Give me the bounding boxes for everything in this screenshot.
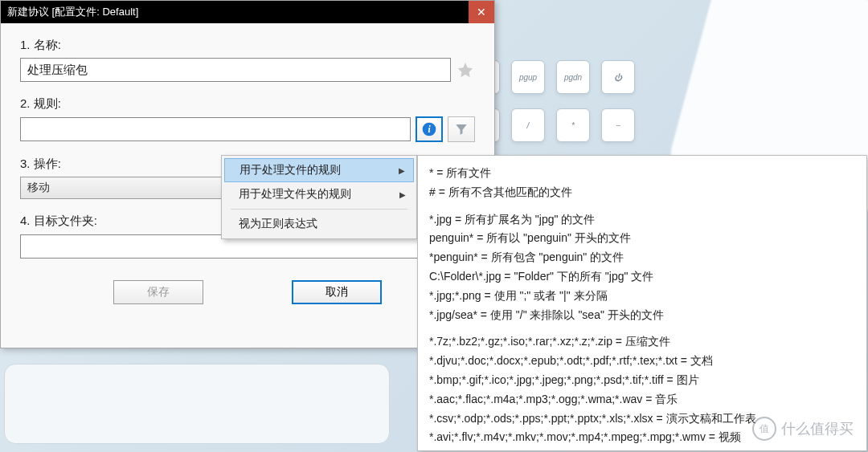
name-input[interactable]: [20, 58, 451, 82]
submenu-arrow-icon: ▶: [399, 190, 406, 199]
help-line: *.aac;*.flac;*.m4a;*.mp3;*.ogg;*.wma;*.w…: [429, 390, 855, 409]
help-line: *.djvu;*.doc;*.docx;*.epub;*.odt;*.pdf;*…: [429, 352, 855, 371]
menu-item-label: 用于处理文件夹的规则: [239, 187, 351, 202]
help-line: *penguin* = 所有包含 "penguin" 的文件: [429, 248, 855, 267]
save-button-label: 保存: [147, 285, 170, 299]
background-trackpad: [4, 364, 390, 444]
help-line: penguin* = 所有以 "penguin" 开头的文件: [429, 229, 855, 248]
menu-item-label: 视为正则表达式: [239, 217, 317, 231]
key-asterisk: *: [556, 108, 590, 142]
key-power: ⏻: [601, 60, 635, 94]
key-minus: −: [601, 108, 635, 142]
rule-info-button[interactable]: i: [416, 116, 443, 142]
dialog-title: 新建协议 [配置文件: Default]: [7, 5, 138, 19]
help-line: # = 所有不含其他匹配的文件: [429, 183, 855, 202]
rule-help-panel: * = 所有文件 # = 所有不含其他匹配的文件 *.jpg = 所有扩展名为 …: [417, 155, 867, 451]
help-section-wildcards: * = 所有文件 # = 所有不含其他匹配的文件: [429, 164, 855, 202]
key-pgdn: pgdn: [556, 60, 590, 94]
save-button[interactable]: 保存: [113, 280, 203, 304]
menu-item-folder-rules[interactable]: 用于处理文件夹的规则 ▶: [224, 182, 414, 206]
cancel-button[interactable]: 取消: [292, 280, 382, 304]
help-line: C:\Folder\*.jpg = "Folder" 下的所有 "jpg" 文件: [429, 267, 855, 287]
close-button[interactable]: ✕: [469, 1, 494, 23]
dialog-titlebar[interactable]: 新建协议 [配置文件: Default] ✕: [1, 1, 494, 23]
action-select-value: 移动: [27, 181, 50, 195]
close-icon: ✕: [477, 6, 486, 18]
rule-context-menu: 用于处理文件的规则 ▶ 用于处理文件夹的规则 ▶ 视为正则表达式: [221, 155, 417, 239]
watermark-logo-icon: 值: [752, 417, 776, 441]
help-section-examples: *.jpg = 所有扩展名为 "jpg" 的文件 penguin* = 所有以 …: [429, 210, 855, 325]
key-pgup: pgup: [511, 60, 545, 94]
watermark: 值 什么值得买: [752, 417, 854, 441]
menu-item-regex[interactable]: 视为正则表达式: [224, 212, 414, 236]
label-rule: 2. 规则:: [20, 96, 475, 112]
help-line: *.jpg = 所有扩展名为 "jpg" 的文件: [429, 210, 855, 230]
rule-filter-button[interactable]: [448, 116, 475, 142]
key-slash: /: [511, 108, 545, 142]
cancel-button-label: 取消: [326, 285, 348, 299]
submenu-arrow-icon: ▶: [399, 166, 405, 175]
label-name: 1. 名称:: [20, 38, 475, 53]
menu-item-label: 用于处理文件的规则: [240, 163, 341, 177]
menu-separator: [231, 209, 407, 210]
rule-input[interactable]: [20, 117, 411, 141]
help-line: * = 所有文件: [429, 164, 855, 183]
favorite-star-icon[interactable]: [456, 60, 475, 79]
help-line: *.jpg;*.png = 使用 ";" 或者 "|" 来分隔: [429, 287, 855, 306]
menu-item-file-rules[interactable]: 用于处理文件的规则 ▶: [224, 158, 414, 182]
watermark-text: 什么值得买: [781, 419, 854, 438]
help-line: *.bmp;*.gif;*.ico;*.jpg;*.jpeg;*.png;*.p…: [429, 371, 855, 390]
help-line: *.jpg/sea* = 使用 "/" 来排除以 "sea" 开头的文件: [429, 306, 855, 325]
help-line: *.7z;*.bz2;*.gz;*.iso;*.rar;*.xz;*.z;*.z…: [429, 332, 855, 352]
